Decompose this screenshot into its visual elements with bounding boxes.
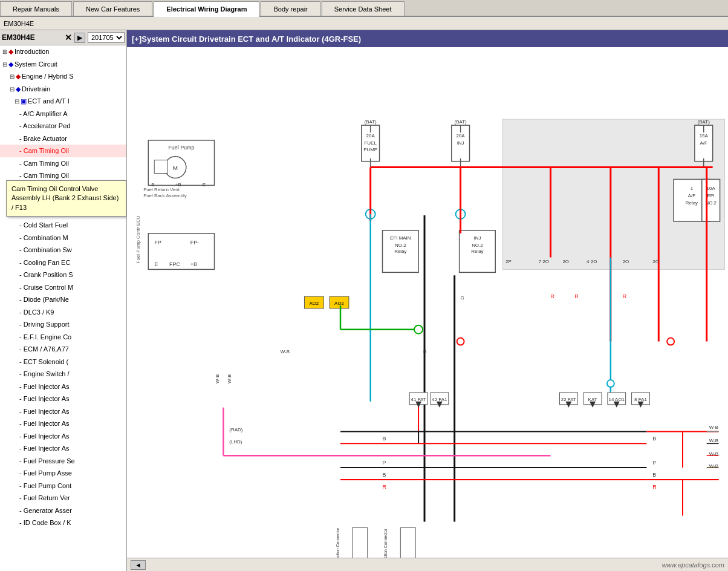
svg-text:EFI: EFI — [707, 193, 714, 198]
svg-text:2P: 2P — [505, 259, 512, 264]
svg-text:1: 1 — [691, 186, 694, 191]
sidebar-nav-button[interactable]: ▶ — [74, 33, 85, 43]
tree-item-fuel-injector-4[interactable]: - Fuel Injector As — [0, 417, 126, 430]
bottom-bar: ◄ www.epcatalogs.com — [127, 558, 728, 571]
scroll-left-button[interactable]: ◄ — [131, 560, 146, 570]
svg-text:KAT: KAT — [588, 397, 597, 402]
svg-text:2O: 2O — [652, 259, 659, 264]
tree-item-cruise-control[interactable]: - Cruise Control M — [0, 281, 126, 294]
svg-text:AO2: AO2 — [309, 301, 319, 306]
breadcrumb: EM30H4E — [4, 20, 34, 27]
svg-text:B: B — [652, 436, 656, 442]
svg-text:N1 Ground Junction Connector: N1 Ground Junction Connector — [383, 528, 388, 558]
svg-text:PUMP: PUMP — [363, 147, 377, 152]
tree-item-crank-position[interactable]: - Crank Position S — [0, 269, 126, 281]
tree-item-ecm[interactable]: - ECM / A76,A77 — [0, 343, 126, 356]
sidebar-close-button[interactable]: ✕ — [65, 33, 72, 42]
tree-item-fuel-return[interactable]: - Fuel Return Ver — [0, 492, 126, 504]
svg-text:+B: +B — [190, 261, 197, 267]
svg-text:E: E — [154, 261, 158, 267]
svg-point-129 — [607, 380, 614, 387]
svg-text:NO.2: NO.2 — [395, 243, 406, 248]
tree-item-brake-actuator[interactable]: - Brake Actuator — [0, 132, 126, 145]
svg-text:(LHD): (LHD) — [229, 439, 242, 445]
svg-text:14 AO1: 14 AO1 — [609, 397, 625, 402]
svg-text:M: M — [173, 165, 178, 171]
tree-item-fuel-injector-3[interactable]: - Fuel Injector As — [0, 405, 126, 418]
tree-item-ect-solenoid[interactable]: - ECT Solenoid ( — [0, 356, 126, 368]
tree-item-efi-engine[interactable]: - E.F.I. Engine Co — [0, 331, 126, 344]
svg-text:W-B: W-B — [227, 374, 232, 383]
svg-rect-114 — [353, 527, 368, 558]
svg-text:EFI MAIN: EFI MAIN — [390, 235, 411, 241]
diagram-title: [+]System Circuit Drivetrain ECT and A/T… — [132, 34, 361, 44]
tab-body[interactable]: Body repair — [261, 1, 320, 16]
tree-item-combination-sw[interactable]: - Combination Sw — [0, 244, 126, 256]
tree-item-fuel-injector-2[interactable]: - Fuel Injector As — [0, 393, 126, 405]
tree-item-fuel-injector-6[interactable]: - Fuel Injector As — [0, 442, 126, 455]
svg-text:Fuel Return Vent: Fuel Return Vent — [143, 187, 180, 192]
tree-item-cooling-fan[interactable]: - Cooling Fan EC — [0, 256, 126, 269]
top-tab-bar: Repair Manuals New Car Features Electric… — [0, 0, 728, 17]
svg-text:20A: 20A — [366, 133, 375, 139]
svg-text:FP-: FP- — [190, 240, 199, 246]
tree-item-fuel-injector-1[interactable]: - Fuel Injector As — [0, 380, 126, 393]
tree-item-dlc3[interactable]: - DLC3 / K9 — [0, 306, 126, 319]
svg-text:R: R — [652, 484, 657, 490]
svg-text:A/F: A/F — [688, 193, 695, 198]
diagram-title-bar: [+]System Circuit Drivetrain ECT and A/T… — [127, 30, 728, 47]
svg-text:A/F: A/F — [700, 140, 707, 146]
tree-item-diode[interactable]: - Diode (Park/Ne — [0, 293, 126, 306]
tooltip-text: Cam Timing Oil Control Valve Assembly LH… — [11, 185, 119, 211]
svg-text:W-B: W-B — [709, 438, 718, 443]
tab-newcar[interactable]: New Car Features — [73, 1, 152, 16]
content-area: [+]System Circuit Drivetrain ECT and A/T… — [127, 30, 728, 571]
svg-text:W-B: W-B — [709, 463, 718, 469]
tree-item-cold-start[interactable]: - Cold Start Fuel — [0, 219, 126, 232]
tree-item-ect[interactable]: ⊟▣ECT and A/T I — [0, 95, 126, 108]
svg-text:B: B — [383, 436, 386, 442]
svg-text:P: P — [652, 460, 656, 466]
tree-item-engine-switch[interactable]: - Engine Switch / — [0, 368, 126, 380]
svg-text:R: R — [574, 293, 579, 299]
svg-rect-116 — [400, 527, 415, 558]
svg-text:20A: 20A — [457, 133, 466, 139]
tab-repair[interactable]: Repair Manuals — [0, 1, 72, 16]
svg-point-75 — [414, 325, 423, 334]
tree-item-fuel-pump-cont[interactable]: - Fuel Pump Cont — [0, 480, 126, 492]
tree-item-introduction[interactable]: ⊞◆Introduction — [0, 45, 126, 58]
svg-text:FPC: FPC — [169, 261, 180, 267]
main-area: EM30H4E ✕ ▶ 201705 ⊞◆Introduction ⊟◆Syst… — [0, 30, 728, 571]
tab-service[interactable]: Service Data Sheet — [322, 1, 405, 16]
svg-text:22 FAT: 22 FAT — [561, 397, 576, 402]
tree-item-ac-amplifier[interactable]: - A/C Amplifier A — [0, 108, 126, 120]
sidebar: EM30H4E ✕ ▶ 201705 ⊞◆Introduction ⊟◆Syst… — [0, 30, 127, 571]
tab-electrical[interactable]: Electrical Wiring Diagram — [154, 1, 259, 17]
tree-item-accelerator[interactable]: - Accelerator Ped — [0, 120, 126, 132]
tree-item-drivetrain[interactable]: ⊟◆Drivetrain — [0, 83, 126, 96]
tree-item-cam-timing-oil-1[interactable]: - Cam Timing Oil — [0, 145, 126, 157]
svg-text:FUEL: FUEL — [365, 140, 377, 146]
tree-item-fuel-injector-5[interactable]: - Fuel Injector As — [0, 430, 126, 443]
svg-text:2O: 2O — [562, 259, 569, 264]
svg-text:R: R — [623, 293, 627, 299]
diagram-area[interactable]: Fuel Pump M Fuel Return Vent Fuel Back A… — [127, 47, 728, 558]
tree-item-generator[interactable]: - Generator Asser — [0, 504, 126, 517]
sidebar-header: EM30H4E ✕ ▶ 201705 — [0, 30, 126, 45]
svg-text:(RAD): (RAD) — [229, 427, 242, 432]
svg-text:W-B: W-B — [709, 425, 718, 430]
tree-item-driving-support[interactable]: - Driving Support — [0, 318, 126, 331]
tree-item-combination-m[interactable]: - Combination M — [0, 232, 126, 244]
tree-item-system-circuit[interactable]: ⊟◆System Circuit — [0, 58, 126, 71]
tree-item-id-code-box[interactable]: - ID Code Box / K — [0, 517, 126, 529]
svg-text:R: R — [383, 484, 387, 490]
svg-point-128 — [667, 338, 674, 345]
svg-text:B: B — [652, 472, 656, 478]
tree-item-fuel-pressure[interactable]: - Fuel Pressure Se — [0, 455, 126, 468]
tree-item-engine-hybrid[interactable]: ⊟◆Engine / Hybrid S — [0, 70, 126, 83]
tree-item-fuel-pump-assy[interactable]: - Fuel Pump Asse — [0, 467, 126, 480]
wiring-diagram: Fuel Pump M Fuel Return Vent Fuel Back A… — [127, 47, 728, 558]
tree-item-cam-timing-oil-2[interactable]: - Cam Timing Oil — [0, 157, 126, 170]
version-dropdown[interactable]: 201705 — [88, 32, 125, 43]
svg-text:B: B — [151, 182, 154, 188]
